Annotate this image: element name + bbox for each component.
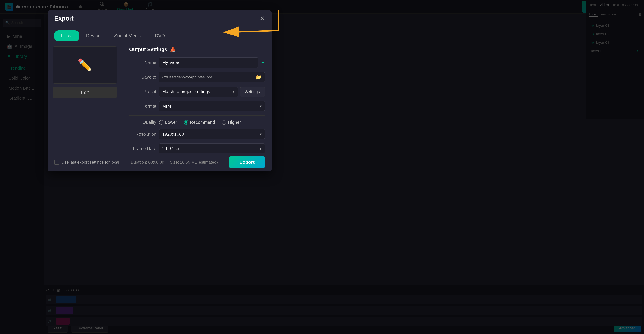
name-ai-icon[interactable]: ✦ bbox=[261, 60, 265, 65]
preset-select[interactable]: Match to project settings ▾ bbox=[159, 86, 238, 97]
export-tab-dvd[interactable]: DVD bbox=[148, 30, 172, 41]
format-value: MP4 bbox=[162, 104, 171, 109]
export-tab-social-media[interactable]: Social Media bbox=[108, 30, 148, 41]
last-export-checkbox-row: Use last export settings for local bbox=[54, 160, 119, 164]
quality-higher-radio[interactable] bbox=[222, 120, 226, 124]
resolution-control: 1920x1080 ▾ bbox=[159, 129, 265, 139]
preset-value: Match to project settings bbox=[162, 89, 210, 94]
quality-lower-radio[interactable] bbox=[159, 120, 164, 124]
quality-recommend-radio[interactable] bbox=[184, 120, 188, 124]
resolution-label: Resolution bbox=[129, 132, 156, 137]
format-label: Format bbox=[129, 104, 156, 109]
export-submit-button[interactable]: Export bbox=[229, 156, 265, 168]
save-to-row: Save to C:/Users/lenovo/AppData/Roa 📁 bbox=[129, 72, 265, 82]
format-dropdown-arrow: ▾ bbox=[260, 104, 262, 108]
frame-rate-label: Frame Rate bbox=[129, 146, 156, 151]
quality-group: Lower Recommend Highe bbox=[159, 120, 241, 125]
format-row: Format MP4 ▾ bbox=[129, 101, 265, 111]
preset-label: Preset bbox=[129, 89, 156, 94]
modal-overlay: Export ✕ Local Device Social Media DVD ✏… bbox=[0, 0, 644, 334]
name-label: Name bbox=[129, 60, 156, 65]
preview-thumbnail: ✏️ bbox=[52, 46, 117, 84]
edit-button[interactable]: Edit bbox=[52, 87, 117, 98]
resolution-value: 1920x1080 bbox=[162, 132, 184, 137]
save-to-label: Save to bbox=[129, 74, 156, 80]
dialog-body: ✏️ Edit Output Settings ⛵ Name bbox=[48, 41, 272, 153]
frame-rate-value: 29.97 fps bbox=[162, 146, 180, 151]
export-tab-device[interactable]: Device bbox=[79, 30, 108, 41]
output-settings-label: Output Settings bbox=[129, 46, 167, 52]
frame-rate-select[interactable]: 29.97 fps ▾ bbox=[159, 144, 265, 153]
quality-higher-label: Higher bbox=[228, 120, 241, 125]
resolution-select[interactable]: 1920x1080 ▾ bbox=[159, 129, 265, 139]
export-dialog: Export ✕ Local Device Social Media DVD ✏… bbox=[48, 10, 272, 172]
preset-control: Match to project settings ▾ Settings bbox=[159, 86, 265, 97]
resolution-row: Resolution 1920x1080 ▾ bbox=[129, 129, 265, 139]
quality-row: Quality Lower Recommend bbox=[129, 120, 265, 125]
name-input[interactable] bbox=[159, 57, 258, 68]
export-tabs: Local Device Social Media DVD bbox=[48, 27, 272, 41]
duration-label: Duration: 00:00:09 bbox=[131, 160, 164, 164]
dialog-header: Export ✕ bbox=[48, 10, 272, 27]
resolution-dropdown-arrow: ▾ bbox=[260, 132, 262, 136]
preset-settings-button[interactable]: Settings bbox=[240, 87, 265, 97]
quality-recommend-indicator bbox=[185, 121, 187, 124]
quality-recommend-option[interactable]: Recommend bbox=[184, 120, 215, 125]
app-container: 🎬 Wondershare Filmora File 🖼 Media 📦 Sto… bbox=[0, 0, 644, 334]
quality-label: Quality bbox=[129, 120, 156, 125]
preset-dropdown-arrow: ▾ bbox=[233, 90, 234, 94]
dialog-title: Export bbox=[54, 15, 74, 22]
format-control: MP4 ▾ bbox=[159, 101, 265, 111]
format-select[interactable]: MP4 ▾ bbox=[159, 101, 265, 111]
export-tab-local[interactable]: Local bbox=[54, 30, 79, 41]
size-label: Size: 10.59 MB(estimated) bbox=[170, 160, 218, 164]
settings-header: Output Settings ⛵ bbox=[129, 46, 265, 52]
save-path-value: C:/Users/lenovo/AppData/Roa bbox=[162, 75, 212, 80]
save-path-display[interactable]: C:/Users/lenovo/AppData/Roa 📁 bbox=[159, 72, 265, 82]
settings-header-icon: ⛵ bbox=[170, 46, 176, 52]
name-row: Name ✦ bbox=[129, 57, 265, 68]
last-export-label: Use last export settings for local bbox=[62, 160, 119, 164]
preview-icon: ✏️ bbox=[78, 58, 92, 72]
frame-rate-dropdown-arrow: ▾ bbox=[260, 146, 262, 151]
quality-higher-option[interactable]: Higher bbox=[222, 120, 241, 125]
frame-rate-row: Frame Rate 29.97 fps ▾ bbox=[129, 144, 265, 153]
dialog-close-button[interactable]: ✕ bbox=[260, 15, 265, 22]
quality-lower-option[interactable]: Lower bbox=[159, 120, 177, 125]
quality-lower-label: Lower bbox=[165, 120, 177, 125]
frame-rate-control: 29.97 fps ▾ bbox=[159, 144, 265, 153]
quality-recommend-label: Recommend bbox=[190, 120, 215, 125]
save-to-control: C:/Users/lenovo/AppData/Roa 📁 bbox=[159, 72, 265, 82]
preview-pane: ✏️ Edit bbox=[48, 41, 122, 153]
dialog-footer: Use last export settings for local Durat… bbox=[48, 153, 272, 172]
footer-info: Duration: 00:00:09 Size: 10.59 MB(estima… bbox=[131, 160, 218, 164]
last-export-checkbox[interactable] bbox=[54, 160, 59, 164]
preset-row: Preset Match to project settings ▾ Setti… bbox=[129, 86, 265, 97]
folder-icon[interactable]: 📁 bbox=[256, 74, 262, 80]
settings-pane: Output Settings ⛵ Name ✦ Save to bbox=[122, 41, 272, 153]
name-control: ✦ bbox=[159, 57, 265, 68]
